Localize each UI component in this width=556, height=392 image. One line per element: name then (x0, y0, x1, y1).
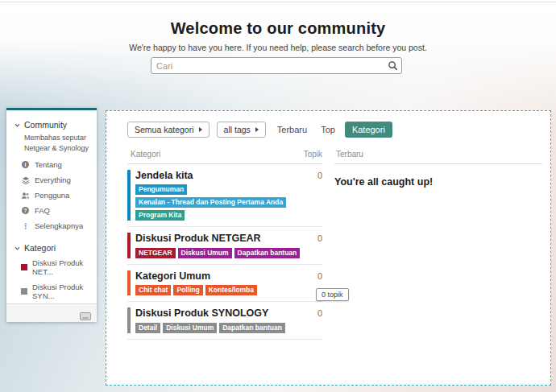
sidebar-section-kategori[interactable]: Kategori (13, 240, 92, 255)
category-row-diskusi-produk-synology: Diskusi Produk SYNOLOGYDetailDiskusi Umu… (127, 302, 322, 339)
users-icon (21, 192, 30, 200)
search-input[interactable] (151, 61, 384, 71)
tag-chit-chat[interactable]: Chit chat (135, 285, 171, 295)
category-row-jendela-kita: Jendela kitaPengumumanKenalan - Thread d… (127, 164, 322, 227)
category-row-body: Diskusi Produk NETGEARNETGEARDiskusi Umu… (131, 233, 305, 258)
page-title: Welcome to our community (0, 19, 556, 38)
sidebar-item-label: Diskusi Produk SYN... (32, 283, 92, 300)
search-bar[interactable] (151, 57, 402, 74)
sidebar: Community Membahas seputar Netgear & Syn… (6, 108, 97, 322)
tag-detail[interactable]: Detail (135, 323, 160, 333)
category-rows: Jendela kitaPengumumanKenalan - Thread d… (127, 164, 322, 340)
sidebar-footer (6, 303, 97, 322)
caret-right-icon (255, 127, 259, 132)
tag-dapatkan-bantuan[interactable]: Dapatkan bantuan (219, 323, 285, 333)
category-color-swatch (21, 288, 27, 295)
category-tags: NETGEARDiskusi UmumDapatkan bantuan (135, 248, 305, 258)
nav-tab-terbaru[interactable]: Terbaru (273, 122, 311, 137)
category-row-kategori-umum: Kategori UmumChit chatPollingKontes/lomb… (127, 265, 322, 302)
category-tags: PengumumanKenalan - Thread dan Posting P… (135, 184, 305, 221)
tags-filter-label: all tags (224, 125, 251, 134)
list-nav: TerbaruTopKategori (273, 122, 392, 138)
category-title-link[interactable]: Kategori Umum (135, 270, 305, 282)
tag-program-kita[interactable]: Program Kita (135, 210, 185, 221)
categories-section-label: Kategori (24, 243, 56, 253)
topic-count: 0 (305, 170, 322, 221)
topic-count: 0 (305, 307, 322, 332)
nav-tab-top[interactable]: Top (317, 122, 339, 137)
tag-kontes-lomba[interactable]: Kontes/lomba (205, 285, 257, 295)
tag-dapatkan-bantuan[interactable]: Dapatkan bantuan (234, 248, 301, 258)
sidebar-section-community[interactable]: Community (13, 117, 92, 132)
community-section-label: Community (24, 120, 67, 130)
topic-count: 0 (305, 233, 322, 258)
sidebar-item-label: Selengkapnya (35, 221, 83, 230)
search-icon[interactable] (384, 60, 401, 71)
filter-bar: Semua kategori all tags TerbaruTopKatego… (127, 122, 392, 138)
tag-pengumuman[interactable]: Pengumuman (135, 184, 187, 195)
sidebar-category-diskusi-produk-net[interactable]: Diskusi Produk NET... (21, 255, 92, 279)
layers-icon (21, 176, 30, 184)
info-icon: i (21, 161, 30, 168)
table-header: Kategori Topik (127, 146, 322, 164)
community-homepage: { "header": { "title": "Welcome to our c… (0, 0, 556, 392)
page-subtitle: We're happy to have you here. If you nee… (0, 43, 556, 52)
latest-topics-column: Terbaru You're all caught up! (334, 146, 542, 188)
caught-up-message: You're all caught up! (334, 176, 542, 188)
sidebar-item-faq[interactable]: ?FAQ (21, 203, 92, 218)
tags-filter-dropdown[interactable]: all tags (217, 122, 266, 138)
nav-tab-kategori[interactable]: Kategori (345, 122, 392, 138)
tag-polling[interactable]: Polling (173, 285, 202, 295)
category-filter-label: Semua kategori (135, 125, 194, 134)
category-filter-dropdown[interactable]: Semua kategori (127, 122, 210, 138)
ellipsis-icon: ⋮ (21, 222, 30, 230)
sidebar-item-tentang[interactable]: iTentang (21, 157, 92, 172)
categories-table: Kategori Topik Jendela kitaPengumumanKen… (127, 146, 322, 340)
sidebar-item-selengkapnya[interactable]: ⋮Selengkapnya (21, 218, 92, 233)
sidebar-item-label: Everything (35, 175, 71, 184)
category-title-link[interactable]: Jendela kita (135, 170, 305, 181)
category-tags: Chit chatPollingKontes/lomba (135, 285, 305, 295)
chevron-down-icon (15, 120, 20, 130)
question-icon: ? (21, 207, 30, 214)
sidebar-item-label: Tentang (35, 160, 62, 169)
category-row-body: Kategori UmumChit chatPollingKontes/lomb… (131, 270, 305, 295)
tag-diskusi-umum[interactable]: Diskusi Umum (163, 323, 217, 333)
tag-netgear[interactable]: NETGEAR (135, 248, 176, 258)
category-row-body: Jendela kitaPengumumanKenalan - Thread d… (131, 170, 305, 221)
column-header-kategori: Kategori (131, 150, 160, 159)
sidebar-item-pengguna[interactable]: Pengguna (21, 188, 92, 203)
category-menu: Diskusi Produk NET...Diskusi Produk SYN.… (13, 255, 92, 303)
category-tags: DetailDiskusi UmumDapatkan bantuan (135, 323, 305, 333)
caret-right-icon (199, 127, 202, 132)
sidebar-item-label: FAQ (35, 206, 50, 215)
sidebar-body: Community Membahas seputar Netgear & Syn… (6, 110, 97, 303)
category-title-link[interactable]: Diskusi Produk NETGEAR (135, 233, 305, 244)
latest-column-header: Terbaru (334, 146, 542, 164)
column-header-topik: Topik (304, 150, 322, 159)
sidebar-item-label: Diskusi Produk NET... (32, 258, 92, 276)
category-row-body: Diskusi Produk SYNOLOGYDetailDiskusi Umu… (131, 307, 305, 332)
category-color-swatch (21, 264, 27, 270)
top-divider (0, 2, 556, 2)
sidebar-item-everything[interactable]: Everything (21, 172, 92, 188)
sidebar-category-diskusi-produk-syn[interactable]: Diskusi Produk SYN... (21, 279, 92, 303)
keyboard-shortcuts-icon[interactable] (80, 309, 91, 324)
tag-diskusi-umum[interactable]: Diskusi Umum (178, 248, 232, 258)
chevron-down-icon (15, 243, 20, 253)
sidebar-item-label: Pengguna (35, 191, 69, 200)
welcome-banner: Welcome to our community We're happy to … (0, 19, 556, 52)
category-row-diskusi-produk-netgear: Diskusi Produk NETGEARNETGEARDiskusi Umu… (127, 227, 322, 264)
tag-kenalan-thread-dan-posting-pertama-anda[interactable]: Kenalan - Thread dan Posting Pertama And… (135, 197, 286, 208)
community-description: Membahas seputar Netgear & Synology (24, 133, 92, 153)
category-title-link[interactable]: Diskusi Produk SYNOLOGY (135, 307, 305, 319)
topic-count-tooltip: 0 topik (316, 288, 349, 301)
community-menu: iTentangEverythingPengguna?FAQ⋮Selengkap… (13, 157, 92, 233)
main-content-panel: Semua kategori all tags TerbaruTopKatego… (106, 110, 551, 386)
